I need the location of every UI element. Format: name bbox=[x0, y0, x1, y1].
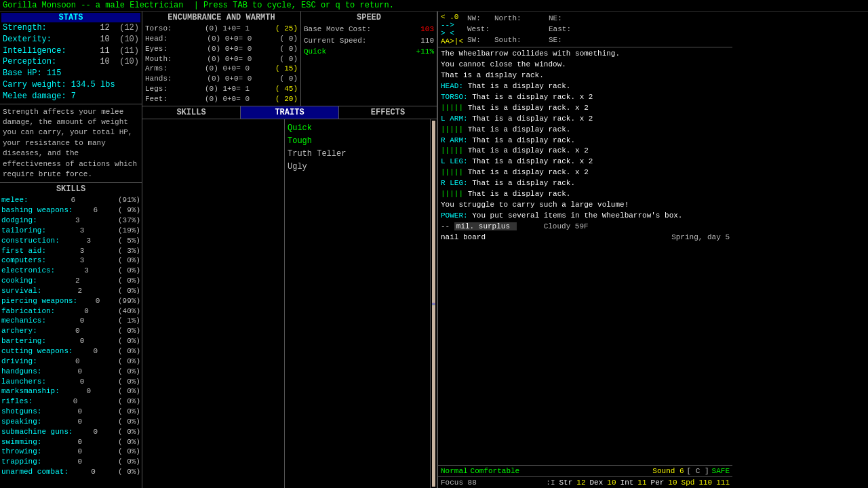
instruction-text: | Press TAB to cycle, ESC or q to return… bbox=[194, 1, 394, 10]
left-panel: STATS Strength: 12 (12) Dexterity: 10 (1… bbox=[0, 12, 142, 488]
log-bars4-text: That is a display rack. x 2 bbox=[468, 168, 589, 176]
log-line-display1: That is a display rack. bbox=[441, 70, 730, 81]
log-area: The Wheelbarrow collides with something.… bbox=[438, 47, 732, 465]
stat-description: Strength affects your melee damage, the … bbox=[0, 104, 142, 184]
log-line-torso: TORSO: That is a display rack. x 2 bbox=[441, 92, 730, 103]
skill-item: submachine guns:0( 0%) bbox=[1, 427, 140, 437]
log-line-close: You cannot close the window. bbox=[441, 60, 730, 70]
trait-item: Ugly bbox=[288, 161, 427, 174]
log-line-larm: L ARM: That is a display rack. x 2 bbox=[441, 114, 730, 125]
skill-item: melee:6(91%) bbox=[1, 195, 140, 205]
base-move-val: 103 bbox=[420, 24, 434, 35]
tab-traits[interactable]: TRAITS bbox=[241, 106, 339, 119]
log-head-label: HEAD: bbox=[441, 82, 463, 90]
skill-item: first aid:3( 3%) bbox=[1, 246, 140, 256]
enc-row-item: Legs:(0) 1+0= 1 ( 45) bbox=[145, 84, 298, 94]
compass-grid: NW: North: NE: West: East: SW: South: SE… bbox=[467, 13, 657, 45]
log-rleg-text: That is a display rack. bbox=[472, 179, 575, 187]
skills-section: SKILLS melee:6(91%)bashing weapons:6( 9%… bbox=[0, 183, 142, 488]
stat-perception: Perception: 10 (10) bbox=[1, 56, 140, 68]
enc-row-item: Mouth:(0) 0+0= 0 ( 0) bbox=[145, 54, 298, 64]
bs-dex-label: Dex bbox=[590, 479, 604, 487]
log-larm-label: L ARM: bbox=[441, 115, 468, 123]
log-line-nailboard: nail board Spring, day 5 bbox=[441, 232, 730, 243]
bs-per-val: 10 bbox=[668, 479, 677, 487]
intelligence-val: 11 (11) bbox=[100, 45, 139, 57]
skill-item: bashing weapons:6( 9%) bbox=[1, 205, 140, 216]
compass-nw: NW: bbox=[467, 14, 494, 22]
enc-row-item: Torso:(0) 1+0= 1 ( 25) bbox=[145, 24, 298, 34]
log-torso-label: TORSO: bbox=[441, 93, 468, 101]
bs-int-label: Int bbox=[620, 479, 634, 487]
skill-item: dodging:3(37%) bbox=[1, 216, 140, 226]
map-svg: @ bbox=[432, 121, 435, 487]
log-line-bars2: ||||| That is a display rack. bbox=[441, 125, 730, 136]
log-line-bars5: ||||| That is a display rack. bbox=[441, 189, 730, 200]
middle-panel: ENCUMBRANCE AND WARMTH Torso:(0) 1+0= 1 … bbox=[142, 12, 437, 488]
log-line-rarm: R ARM: That is a display rack. bbox=[441, 136, 730, 146]
log-power-label: POWER: bbox=[441, 211, 468, 220]
bs-str-label: Str bbox=[559, 479, 573, 487]
log-larm-text: That is a display rack. x 2 bbox=[472, 115, 593, 123]
current-speed-val: 110 bbox=[420, 35, 434, 47]
log-line-power: POWER: You put several items in the Whee… bbox=[441, 211, 730, 222]
enc-row-item: Head:(0) 0+0= 0 ( 0) bbox=[145, 34, 298, 44]
status-normal: Normal bbox=[441, 467, 468, 475]
stat-strength: Strength: 12 (12) bbox=[1, 22, 140, 34]
log-nail-text: nail board bbox=[441, 233, 486, 241]
log-line-bars3: ||||| That is a display rack. x 2 bbox=[441, 146, 730, 157]
status-bar: Normal Comfortable Sound 6 [ C ] SAFE bbox=[438, 465, 732, 476]
log-season: Spring, day 5 bbox=[671, 232, 730, 243]
skill-item: rifles:0( 0%) bbox=[1, 396, 140, 407]
compass-east: East: bbox=[549, 25, 603, 33]
status-safe: SAFE bbox=[712, 467, 730, 475]
encumbrance-section: ENCUMBRANCE AND WARMTH Torso:(0) 1+0= 1 … bbox=[142, 12, 301, 106]
skill-item: construction:3( 5%) bbox=[1, 236, 140, 246]
skill-item: piercing weapons:0(99%) bbox=[1, 296, 140, 306]
log-torso-text: That is a display rack. x 2 bbox=[472, 93, 593, 101]
melee-label: Melee damage: 7 bbox=[3, 91, 76, 102]
log-line-struggle: You struggle to carry such a large volum… bbox=[441, 200, 730, 211]
skill-item: marksmanship:0( 0%) bbox=[1, 386, 140, 396]
enc-header: ENCUMBRANCE AND WARMTH bbox=[145, 13, 298, 22]
status-comfortable: Comfortable bbox=[471, 467, 520, 475]
log-bars1: ||||| bbox=[441, 104, 463, 112]
skill-item: archery:0( 0%) bbox=[1, 326, 140, 336]
skill-item: launchers:0( 0%) bbox=[1, 377, 140, 387]
intelligence-label: Intelligence: bbox=[3, 45, 66, 57]
arrow-bracket-text: > < bbox=[441, 29, 454, 37]
trait-item: Tough bbox=[288, 135, 427, 148]
log-mil-item: mil. surplus bbox=[454, 222, 517, 230]
tab-effects[interactable]: EFFECTS bbox=[339, 106, 437, 119]
dexterity-label: Dexterity: bbox=[3, 34, 52, 45]
bs-prefix: :I bbox=[546, 479, 555, 487]
stat-dexterity: Dexterity: 10 (10) bbox=[1, 34, 140, 45]
compass-se: SE: bbox=[549, 36, 603, 44]
skill-item: shotguns:0( 0%) bbox=[1, 407, 140, 417]
enc-row-item: Arms:(0) 0+0= 0 ( 15) bbox=[145, 64, 298, 74]
hp-label: Base HP: 115 bbox=[3, 68, 61, 79]
skill-item: swimming:0( 0%) bbox=[1, 437, 140, 447]
log-bars5-text: That is a display rack. bbox=[468, 190, 571, 198]
skill-item: trapping:0( 0%) bbox=[1, 457, 140, 467]
tab-skills[interactable]: SKILLS bbox=[142, 106, 241, 119]
traits-tab-content: QuickToughTruth TellerUgly bbox=[285, 119, 431, 488]
enc-speed-section: ENCUMBRANCE AND WARMTH Torso:(0) 1+0= 1 … bbox=[142, 12, 437, 106]
skill-item: bartering:0( 0%) bbox=[1, 336, 140, 346]
compass-south-label: South: bbox=[494, 36, 549, 44]
log-bars3-text: That is a display rack. x 2 bbox=[468, 146, 589, 155]
enc-rows: Torso:(0) 1+0= 1 ( 25)Head:(0) 0+0= 0 ( … bbox=[145, 24, 298, 104]
skill-item: cooking:2( 0%) bbox=[1, 276, 140, 286]
log-head-text: That is a display rack. bbox=[468, 82, 571, 90]
character-title: Gorilla Monsoon -- a male Electrician bbox=[3, 1, 183, 10]
status-sound: Sound 6 bbox=[652, 467, 684, 475]
effects-tab-content: @ mil. surplus bbox=[431, 119, 437, 488]
compass-north-label: North: bbox=[494, 14, 549, 22]
stat-melee: Melee damage: 7 bbox=[1, 91, 140, 102]
stat-carry: Carry weight: 134.5 lbs bbox=[1, 79, 140, 91]
log-bars5: ||||| bbox=[441, 190, 463, 198]
compass-sw: SW: bbox=[467, 36, 494, 44]
enc-row-item: Eyes:(0) 0+0= 0 ( 0) bbox=[145, 44, 298, 54]
log-line-wheelbarrow: The Wheelbarrow collides with something. bbox=[441, 49, 730, 60]
strength-val: 12 (12) bbox=[100, 22, 139, 34]
